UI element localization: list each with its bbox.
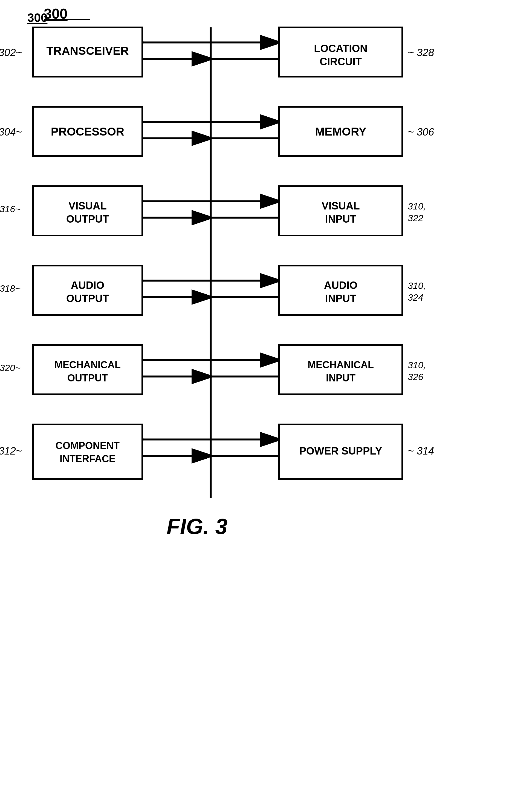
svg-text:~ 306: ~ 306 bbox=[408, 126, 434, 138]
svg-text:INPUT: INPUT bbox=[326, 372, 356, 384]
svg-text:~ 328: ~ 328 bbox=[408, 47, 434, 58]
svg-text:MECHANICAL: MECHANICAL bbox=[55, 359, 121, 371]
svg-text:302~: 302~ bbox=[0, 47, 22, 58]
svg-text:FIG. 3: FIG. 3 bbox=[167, 514, 227, 539]
svg-text:OUTPUT: OUTPUT bbox=[66, 213, 109, 225]
svg-text:PROCESSOR: PROCESSOR bbox=[51, 125, 124, 138]
svg-rect-58 bbox=[279, 266, 402, 315]
svg-rect-54 bbox=[33, 266, 142, 315]
svg-text:324: 324 bbox=[408, 292, 423, 302]
svg-rect-45 bbox=[33, 186, 142, 236]
svg-rect-42 bbox=[279, 107, 402, 156]
svg-text:322: 322 bbox=[408, 213, 423, 223]
svg-text:OUTPUT: OUTPUT bbox=[67, 372, 108, 384]
svg-text:MEMORY: MEMORY bbox=[315, 125, 366, 138]
svg-rect-76 bbox=[279, 424, 402, 479]
svg-text:INPUT: INPUT bbox=[325, 213, 356, 225]
svg-text:TRANSCEIVER: TRANSCEIVER bbox=[46, 44, 129, 57]
svg-rect-63 bbox=[33, 345, 142, 394]
svg-text:304~: 304~ bbox=[0, 126, 22, 138]
svg-text:~ 314: ~ 314 bbox=[408, 445, 434, 457]
svg-text:VISUAL: VISUAL bbox=[322, 200, 360, 212]
svg-text:POWER SUPPLY: POWER SUPPLY bbox=[299, 445, 382, 457]
svg-rect-39 bbox=[33, 107, 142, 156]
svg-text:INPUT: INPUT bbox=[325, 293, 356, 304]
svg-text:MECHANICAL: MECHANICAL bbox=[308, 359, 374, 371]
svg-text:308,320~: 308,320~ bbox=[0, 362, 20, 373]
svg-text:310,: 310, bbox=[408, 280, 426, 291]
svg-text:308,316~: 308,316~ bbox=[0, 204, 20, 214]
svg-text:326: 326 bbox=[408, 372, 423, 382]
svg-text:LOCATION: LOCATION bbox=[314, 43, 367, 54]
svg-text:OUTPUT: OUTPUT bbox=[66, 293, 109, 304]
svg-text:VISUAL: VISUAL bbox=[69, 200, 107, 212]
diagram-title: 300 bbox=[27, 11, 48, 25]
svg-rect-67 bbox=[279, 345, 402, 394]
svg-text:312~: 312~ bbox=[0, 445, 22, 457]
svg-text:308,318~: 308,318~ bbox=[0, 283, 20, 294]
diagram-container: 300 bbox=[0, 0, 532, 802]
svg-text:CIRCUIT: CIRCUIT bbox=[320, 56, 362, 67]
svg-text:COMPONENT: COMPONENT bbox=[56, 440, 119, 451]
svg-text:AUDIO: AUDIO bbox=[71, 280, 104, 291]
svg-rect-49 bbox=[279, 186, 402, 236]
svg-text:AUDIO: AUDIO bbox=[324, 280, 357, 291]
svg-rect-35 bbox=[279, 27, 402, 77]
diagram-svg: FIG. 3 300 TRANSCEIVER 302~ LOCATION CIR… bbox=[0, 0, 532, 802]
svg-rect-72 bbox=[33, 424, 142, 479]
svg-text:INTERFACE: INTERFACE bbox=[60, 453, 115, 464]
svg-rect-32 bbox=[33, 27, 142, 77]
svg-text:310,: 310, bbox=[408, 360, 426, 370]
svg-text:310,: 310, bbox=[408, 201, 426, 211]
